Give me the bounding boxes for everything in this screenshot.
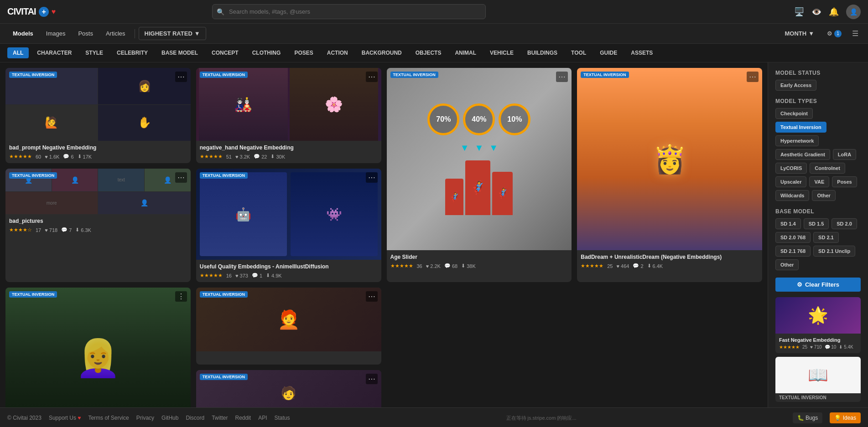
card-menu-button[interactable]: ⋯ xyxy=(366,374,378,384)
card-rating-count: 60 xyxy=(36,154,41,159)
nav-posts[interactable]: Posts xyxy=(73,27,99,40)
base-sd20[interactable]: SD 2.0 xyxy=(832,218,857,229)
copyright: © Civitai 2023 xyxy=(7,415,42,421)
api-link[interactable]: API xyxy=(258,415,267,421)
github-link[interactable]: GitHub xyxy=(161,415,178,421)
eye-icon[interactable]: 👁️ xyxy=(811,7,821,17)
privacy-link[interactable]: Privacy xyxy=(136,415,154,421)
type-upscaler[interactable]: Upscaler xyxy=(775,176,806,187)
discord-link[interactable]: Discord xyxy=(186,415,204,421)
nav-images[interactable]: Images xyxy=(41,27,71,40)
base-sd14[interactable]: SD 1.4 xyxy=(775,218,801,229)
search-input[interactable] xyxy=(212,4,486,19)
card-rating-count: 25 xyxy=(607,263,613,269)
cat-tab-character[interactable]: CHARACTER xyxy=(31,47,77,58)
type-lycoris[interactable]: LyCORIS xyxy=(775,163,807,174)
sidebar-card-title: Fast Negative Embedding xyxy=(779,337,857,343)
status-link[interactable]: Status xyxy=(275,415,290,421)
card-rating-count: 17 xyxy=(36,227,41,233)
card-meta: ★★★★★ 51 ♥ 3.2K 💬 22 ⬇ 30K xyxy=(200,154,378,159)
cat-tab-vehicle[interactable]: VEHICLE xyxy=(484,47,519,58)
type-controlnet[interactable]: Controlnet xyxy=(810,163,845,174)
nav-divider xyxy=(135,29,135,38)
cat-tab-all[interactable]: ALL xyxy=(7,47,29,58)
twitter-link[interactable]: Twitter xyxy=(212,415,228,421)
card-menu-button[interactable]: ⋯ xyxy=(366,291,378,302)
card-info: Useful Quality Embeddings - AnimeIllustD… xyxy=(196,260,381,282)
card-manga[interactable]: 🧑 TEXTUAL INVERSION ⋯ xyxy=(196,370,381,407)
cat-tab-guide[interactable]: GUIDE xyxy=(594,47,623,58)
card-age-slider[interactable]: 70% 40% 10% ▼▼▼ 🦸 🦸 🦸 xyxy=(387,68,572,282)
card-menu-button[interactable]: ⋯ xyxy=(175,172,187,183)
base-sd21-unclip[interactable]: SD 2.1 Unclip xyxy=(813,246,855,257)
cat-tab-buildings[interactable]: BUILDINGS xyxy=(522,47,563,58)
card-menu-button[interactable]: ⋯ xyxy=(366,72,378,82)
base-sd20-768[interactable]: SD 2.0 768 xyxy=(775,232,811,243)
cat-tab-tool[interactable]: TOOL xyxy=(566,47,592,58)
card-bad-pictures[interactable]: 👤 👤 text 👤 more 👤 TEXTUAL INVERSION ⋯ ba… xyxy=(5,169,191,282)
nav-models[interactable]: Models xyxy=(7,27,39,40)
card-menu-button[interactable]: ⋮ xyxy=(175,291,187,302)
type-textual-inversion[interactable]: Textual Inversion xyxy=(775,122,826,133)
card-menu-button[interactable]: ⋯ xyxy=(366,172,378,183)
type-checkpoint[interactable]: Checkpoint xyxy=(775,108,813,119)
support-us-link[interactable]: Support Us ♥ xyxy=(49,415,81,421)
card-menu-button[interactable]: ⋯ xyxy=(747,72,759,82)
cat-tab-clothing[interactable]: CLOTHING xyxy=(247,47,286,58)
month-select[interactable]: MONTH ▼ xyxy=(780,28,819,39)
layout-toggle[interactable]: ☰ xyxy=(850,27,861,40)
user-avatar[interactable]: 👤 xyxy=(846,5,861,19)
logo-heart-icon[interactable]: ♥ xyxy=(52,8,56,16)
card-blonde[interactable]: 👱‍♀️ TEXTUAL INVERSION ⋮ xyxy=(5,288,191,407)
base-sd21[interactable]: SD 2.1 xyxy=(813,232,839,243)
card-menu-button[interactable]: ⋯ xyxy=(175,72,187,82)
sidebar-featured-card-1[interactable]: 🌟 Fast Negative Embedding ★★★★★ 25 ♥ 710… xyxy=(775,297,861,353)
reddit-link[interactable]: Reddit xyxy=(235,415,251,421)
cat-tab-objects[interactable]: OBJECTS xyxy=(410,47,447,58)
cat-tab-background[interactable]: BACKGROUND xyxy=(356,47,407,58)
cat-tab-style[interactable]: STYLE xyxy=(80,47,109,58)
card-likes: ♥ 464 xyxy=(617,263,629,269)
base-other[interactable]: Other xyxy=(775,259,799,270)
model-type-buttons: Checkpoint Textual Inversion Hypernetwor… xyxy=(775,108,861,201)
logo-plus-button[interactable]: + xyxy=(39,7,49,17)
card-likes: ♥ 373 xyxy=(235,273,248,278)
cat-tab-action[interactable]: ACTION xyxy=(322,47,353,58)
card-baddream[interactable]: 👸 TEXTUAL INVERSION ⋯ BadDream + Unreali… xyxy=(577,68,762,282)
notification-icon[interactable]: 🔔 xyxy=(829,7,839,17)
bugs-button[interactable]: 🐛 Bugs xyxy=(793,412,823,423)
card-menu-button[interactable]: ⋯ xyxy=(556,72,568,82)
sort-dropdown[interactable]: HIGHEST RATED ▼ xyxy=(139,27,206,40)
card-negative-hand[interactable]: 🎎 🌸 TEXTUAL INVERSION ⋯ negative_hand Ne… xyxy=(196,68,381,163)
sidebar-featured-card-2[interactable]: 📖 TEXTUAL INVERSION xyxy=(775,357,861,402)
type-other[interactable]: Other xyxy=(812,190,835,201)
cat-tab-poses[interactable]: POSES xyxy=(289,47,318,58)
card-portrait2[interactable]: 🧑‍🦰 TEXTUAL INVERSION ⋯ xyxy=(196,288,381,365)
terms-link[interactable]: Terms of Service xyxy=(88,415,129,421)
base-model-section: Base model SD 1.4 SD 1.5 SD 2.0 SD 2.0 7… xyxy=(775,208,861,270)
filter-button[interactable]: ⚙ 1 xyxy=(822,28,846,40)
type-vae[interactable]: VAE xyxy=(809,176,829,187)
cat-tab-assets[interactable]: ASSETS xyxy=(625,47,658,58)
type-lora[interactable]: LoRA xyxy=(833,149,856,160)
monitor-icon[interactable]: 🖥️ xyxy=(794,7,804,17)
cat-tab-concept[interactable]: CONCEPT xyxy=(206,47,244,58)
clear-filters-button[interactable]: ⚙ Clear Filters xyxy=(775,278,861,292)
card-useful-quality[interactable]: 🤖 👾 TEXTUAL INVERSION ⋯ Useful Quality E… xyxy=(196,169,381,282)
cat-tab-celebrity[interactable]: CELEBRITY xyxy=(111,47,153,58)
card-info: bad_pictures ★★★★☆ 17 ♥ 718 💬 7 ⬇ 6.3K xyxy=(5,214,191,237)
base-sd21-768[interactable]: SD 2.1 768 xyxy=(775,246,811,257)
nav-articles[interactable]: Articles xyxy=(100,27,131,40)
ideas-button[interactable]: 💡 Ideas xyxy=(830,412,861,423)
card-title: bad_prompt Negative Embedding xyxy=(9,144,187,151)
cat-tab-animal[interactable]: ANIMAL xyxy=(449,47,482,58)
base-sd15[interactable]: SD 1.5 xyxy=(804,218,829,229)
cat-tab-basemodel[interactable]: BASE MODEL xyxy=(156,47,203,58)
type-poses[interactable]: Poses xyxy=(832,176,857,187)
card-bad-prompt[interactable]: 👩 🙋 ✋ TEXTUAL INVERSION ⋯ bad_prompt Neg… xyxy=(5,68,191,163)
early-access-button[interactable]: Early Access xyxy=(775,80,816,91)
card-stars: ★★★★★ xyxy=(200,273,223,278)
type-wildcards[interactable]: Wildcards xyxy=(775,190,809,201)
type-hypernetwork[interactable]: Hypernetwork xyxy=(775,135,819,146)
type-aesthetic-gradient[interactable]: Aesthetic Gradient xyxy=(775,149,830,160)
